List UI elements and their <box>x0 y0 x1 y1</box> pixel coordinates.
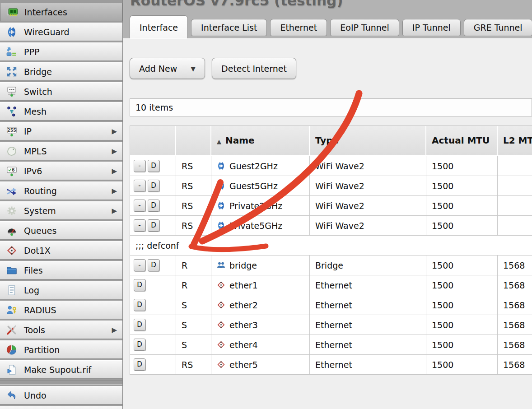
sidebar-item-label: Undo <box>24 390 47 400</box>
tab-gre-tunnel[interactable]: GRE Tunnel <box>464 19 532 36</box>
column-header-name[interactable]: ▲Name <box>211 126 310 156</box>
sidebar-item-interfaces[interactable]: Interfaces <box>0 3 122 21</box>
actual-mtu: 1500 <box>426 216 498 236</box>
sidebar-item-mpls[interactable]: MPLS▶ <box>0 142 122 160</box>
actual-mtu: 1500 <box>426 156 498 176</box>
sidebar-item-radius[interactable]: RADIUS <box>0 301 122 319</box>
tab-bar: InterfaceInterface ListEthernetEoIP Tunn… <box>130 15 532 38</box>
interface-name[interactable]: bridge <box>229 260 257 270</box>
name-cell: ether4 <box>211 335 310 355</box>
remove-button[interactable]: - <box>134 259 145 271</box>
status-flags: RS <box>176 355 211 375</box>
remove-button[interactable]: - <box>134 180 145 192</box>
tab-ip-tunnel[interactable]: IP Tunnel <box>402 19 461 36</box>
interface-name[interactable]: ether4 <box>229 340 258 350</box>
sidebar-item-redo[interactable]: Redo <box>0 406 122 409</box>
sidebar-item-label: Make Supout.rif <box>24 365 91 375</box>
sidebar-item-system[interactable]: System▶ <box>0 201 122 220</box>
add-new-button[interactable]: Add New ▼ <box>130 58 205 79</box>
submenu-arrow-icon: ▶ <box>112 147 117 155</box>
disable-button[interactable]: D <box>148 180 159 192</box>
sidebar-item-ppp[interactable]: PPP <box>0 42 122 61</box>
interface-name[interactable]: ether5 <box>229 360 258 370</box>
disable-button[interactable]: D <box>148 200 159 212</box>
mpls-icon <box>5 146 18 157</box>
status-flags: R <box>176 275 211 295</box>
tab-interface[interactable]: Interface <box>130 15 188 38</box>
interface-name[interactable]: Private2GHz <box>229 201 282 211</box>
status-flags: S <box>176 295 211 315</box>
wifi-icon <box>217 221 225 230</box>
sidebar-item-partition[interactable]: Partition <box>0 340 122 359</box>
column-header-blank[interactable] <box>176 126 211 156</box>
disable-button[interactable]: D <box>148 160 159 172</box>
table-row: DSether3Ethernet15001568 <box>130 315 532 335</box>
column-header-actual-mtu[interactable]: Actual MTU <box>426 126 498 156</box>
remove-button[interactable]: - <box>134 200 145 212</box>
tab-eoip-tunnel[interactable]: EoIP Tunnel <box>330 19 399 36</box>
sidebar-item-queues[interactable]: Queues <box>0 221 122 240</box>
sidebar-item-files[interactable]: Files <box>0 261 122 279</box>
l2-mtu <box>498 196 532 216</box>
actual-mtu: 1500 <box>426 176 498 196</box>
disable-button[interactable]: D <box>134 358 145 371</box>
interface-type: WiFi Wave2 <box>310 156 426 176</box>
sidebar-item-tools[interactable]: Tools▶ <box>0 321 122 339</box>
sidebar-item-wireguard[interactable]: WireGuard <box>0 23 122 41</box>
radius-icon <box>5 305 18 316</box>
row-actions-cell: D <box>130 315 176 335</box>
interface-name[interactable]: Guest2GHz <box>229 161 278 171</box>
interface-name[interactable]: ether3 <box>229 320 258 330</box>
system-icon <box>5 205 18 216</box>
sidebar-item-label: WireGuard <box>24 27 70 37</box>
column-header-blank[interactable] <box>130 126 176 156</box>
sidebar-item-routing[interactable]: Routing▶ <box>0 181 122 200</box>
name-cell: Private2GHz <box>211 196 310 216</box>
actual-mtu: 1500 <box>426 275 498 295</box>
switch-icon <box>5 86 18 97</box>
name-cell: Guest5GHz <box>211 176 310 196</box>
disable-button[interactable]: D <box>134 319 145 331</box>
disable-button[interactable]: D <box>148 219 159 232</box>
partition-icon <box>5 344 18 355</box>
app-title: RouterOS v7.9rc5 (testing) <box>130 0 343 9</box>
disable-button[interactable]: D <box>134 339 145 351</box>
disable-button[interactable]: D <box>134 279 145 291</box>
sidebar-item-ip[interactable]: 255IP▶ <box>0 122 122 140</box>
l2-mtu <box>498 176 532 196</box>
sidebar-item-mesh[interactable]: Mesh <box>0 102 122 121</box>
sidebar-item-make-supout-rif[interactable]: Make Supout.rif <box>0 360 122 379</box>
tab-ethernet[interactable]: Ethernet <box>270 19 327 36</box>
disable-button[interactable]: D <box>134 299 145 311</box>
disable-button[interactable]: D <box>148 259 159 271</box>
interface-name[interactable]: Private5GHz <box>229 221 282 231</box>
status-flags: RS <box>176 216 211 236</box>
interface-name[interactable]: Guest5GHz <box>229 181 278 191</box>
interface-type: Ethernet <box>310 295 426 315</box>
sidebar-item-ipv6[interactable]: 6IPv6▶ <box>0 162 122 180</box>
sidebar-item-log[interactable]: Log <box>0 281 122 299</box>
detect-internet-button[interactable]: Detect Internet <box>212 58 296 79</box>
row-actions-cell: D <box>130 275 176 295</box>
remove-button[interactable]: - <box>134 160 145 172</box>
sidebar-item-undo[interactable]: Undo <box>0 386 122 404</box>
tab-interface-list[interactable]: Interface List <box>191 19 267 36</box>
column-header-type[interactable]: Type <box>310 126 426 156</box>
sidebar-item-label: Partition <box>24 345 60 355</box>
sidebar-item-switch[interactable]: Switch <box>0 82 122 101</box>
remove-button[interactable]: - <box>134 219 145 232</box>
sidebar-item-label: RADIUS <box>24 305 56 315</box>
add-new-label: Add New <box>139 64 177 74</box>
undo-icon <box>5 390 18 401</box>
wifi-icon <box>217 181 225 190</box>
sidebar-item-bridge[interactable]: Bridge <box>0 62 122 81</box>
actual-mtu: 1500 <box>426 315 498 335</box>
l2-mtu: 1568 <box>498 335 532 355</box>
interface-name[interactable]: ether2 <box>229 300 258 310</box>
sidebar-item-label: IP <box>24 126 32 136</box>
submenu-arrow-icon: ▶ <box>112 326 117 334</box>
column-header-l2-mtu[interactable]: L2 MTU <box>498 126 532 156</box>
sidebar-item-dot1x[interactable]: Dot1X <box>0 241 122 260</box>
interface-name[interactable]: ether1 <box>229 280 258 290</box>
actual-mtu: 1500 <box>426 295 498 315</box>
